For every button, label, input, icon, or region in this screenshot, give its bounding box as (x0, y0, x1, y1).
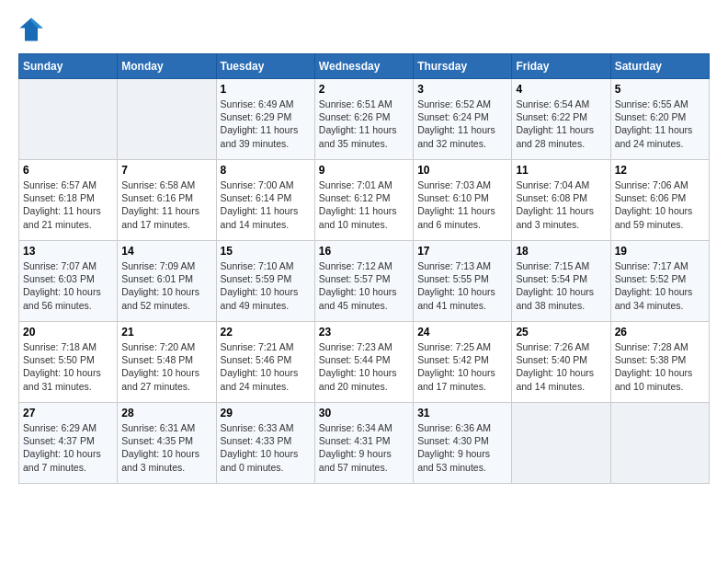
weekday-header-friday: Friday (512, 54, 610, 79)
day-number: 21 (121, 326, 211, 339)
page-header (18, 18, 710, 44)
day-number: 5 (615, 83, 705, 96)
day-info: Sunrise: 6:31 AM Sunset: 4:35 PM Dayligh… (121, 421, 211, 474)
day-number: 25 (516, 326, 606, 339)
calendar-cell: 31Sunrise: 6:36 AM Sunset: 4:30 PM Dayli… (414, 403, 512, 484)
day-info: Sunrise: 7:04 AM Sunset: 6:08 PM Dayligh… (516, 178, 606, 231)
day-info: Sunrise: 6:33 AM Sunset: 4:33 PM Dayligh… (221, 421, 311, 474)
day-info: Sunrise: 7:18 AM Sunset: 5:50 PM Dayligh… (23, 340, 113, 393)
day-info: Sunrise: 7:17 AM Sunset: 5:52 PM Dayligh… (615, 259, 705, 312)
day-info: Sunrise: 7:12 AM Sunset: 5:57 PM Dayligh… (319, 259, 409, 312)
day-number: 29 (221, 407, 311, 419)
day-number: 6 (23, 164, 113, 177)
day-number: 12 (615, 164, 705, 177)
calendar-cell: 9Sunrise: 7:01 AM Sunset: 6:12 PM Daylig… (314, 160, 413, 241)
day-number: 28 (121, 407, 211, 419)
day-number: 30 (319, 407, 409, 419)
day-number: 19 (615, 245, 705, 258)
day-number: 20 (23, 326, 113, 339)
calendar-cell: 24Sunrise: 7:25 AM Sunset: 5:42 PM Dayli… (414, 322, 512, 403)
day-info: Sunrise: 6:55 AM Sunset: 6:20 PM Dayligh… (615, 98, 705, 150)
day-number: 8 (221, 164, 311, 177)
calendar-cell: 19Sunrise: 7:17 AM Sunset: 5:52 PM Dayli… (610, 241, 709, 322)
day-number: 22 (221, 326, 311, 339)
calendar-cell: 28Sunrise: 6:31 AM Sunset: 4:35 PM Dayli… (118, 403, 216, 484)
day-number: 18 (516, 245, 606, 258)
calendar-cell: 17Sunrise: 7:13 AM Sunset: 5:55 PM Dayli… (414, 241, 512, 322)
day-info: Sunrise: 7:15 AM Sunset: 5:54 PM Dayligh… (516, 259, 606, 312)
calendar-table: SundayMondayTuesdayWednesdayThursdayFrid… (18, 53, 710, 484)
calendar-cell: 23Sunrise: 7:23 AM Sunset: 5:44 PM Dayli… (314, 322, 413, 403)
day-info: Sunrise: 7:10 AM Sunset: 5:59 PM Dayligh… (221, 259, 311, 312)
day-info: Sunrise: 6:54 AM Sunset: 6:22 PM Dayligh… (516, 98, 606, 150)
calendar-cell: 25Sunrise: 7:26 AM Sunset: 5:40 PM Dayli… (512, 322, 610, 403)
day-number: 2 (319, 83, 409, 96)
day-info: Sunrise: 6:29 AM Sunset: 4:37 PM Dayligh… (23, 421, 113, 474)
day-info: Sunrise: 7:06 AM Sunset: 6:06 PM Dayligh… (615, 178, 705, 231)
weekday-header-thursday: Thursday (414, 54, 512, 79)
day-number: 7 (121, 164, 211, 177)
logo-icon (18, 17, 44, 42)
day-number: 13 (23, 245, 113, 258)
day-number: 27 (23, 407, 113, 419)
calendar-cell: 15Sunrise: 7:10 AM Sunset: 5:59 PM Dayli… (216, 241, 314, 322)
calendar-cell: 12Sunrise: 7:06 AM Sunset: 6:06 PM Dayli… (610, 160, 709, 241)
day-info: Sunrise: 7:23 AM Sunset: 5:44 PM Dayligh… (319, 340, 409, 393)
day-number: 9 (319, 164, 409, 177)
calendar-cell: 22Sunrise: 7:21 AM Sunset: 5:46 PM Dayli… (216, 322, 314, 403)
weekday-header-sunday: Sunday (19, 54, 118, 79)
day-info: Sunrise: 6:36 AM Sunset: 4:30 PM Dayligh… (417, 421, 507, 474)
calendar-cell: 30Sunrise: 6:34 AM Sunset: 4:31 PM Dayli… (314, 403, 413, 484)
day-info: Sunrise: 6:57 AM Sunset: 6:18 PM Dayligh… (23, 178, 113, 231)
calendar-cell: 11Sunrise: 7:04 AM Sunset: 6:08 PM Dayli… (512, 160, 610, 241)
day-info: Sunrise: 7:20 AM Sunset: 5:48 PM Dayligh… (121, 340, 211, 393)
calendar-cell: 13Sunrise: 7:07 AM Sunset: 6:03 PM Dayli… (19, 241, 118, 322)
weekday-header-wednesday: Wednesday (314, 54, 413, 79)
calendar-cell: 10Sunrise: 7:03 AM Sunset: 6:10 PM Dayli… (414, 160, 512, 241)
day-info: Sunrise: 7:03 AM Sunset: 6:10 PM Dayligh… (417, 178, 507, 231)
day-number: 16 (319, 245, 409, 258)
day-number: 15 (221, 245, 311, 258)
calendar-cell: 21Sunrise: 7:20 AM Sunset: 5:48 PM Dayli… (118, 322, 216, 403)
weekday-header-tuesday: Tuesday (216, 54, 314, 79)
calendar-cell: 6Sunrise: 6:57 AM Sunset: 6:18 PM Daylig… (19, 160, 118, 241)
calendar-cell: 3Sunrise: 6:52 AM Sunset: 6:24 PM Daylig… (414, 79, 512, 160)
calendar-cell: 16Sunrise: 7:12 AM Sunset: 5:57 PM Dayli… (314, 241, 413, 322)
day-info: Sunrise: 6:34 AM Sunset: 4:31 PM Dayligh… (319, 421, 409, 474)
calendar-cell: 18Sunrise: 7:15 AM Sunset: 5:54 PM Dayli… (512, 241, 610, 322)
calendar-cell (118, 79, 216, 160)
day-number: 24 (417, 326, 507, 339)
day-number: 10 (417, 164, 507, 177)
day-info: Sunrise: 6:49 AM Sunset: 6:29 PM Dayligh… (221, 98, 311, 150)
day-number: 14 (121, 245, 211, 258)
calendar-cell (610, 403, 709, 484)
calendar-cell: 7Sunrise: 6:58 AM Sunset: 6:16 PM Daylig… (118, 160, 216, 241)
day-number: 26 (615, 326, 705, 339)
weekday-header-monday: Monday (118, 54, 216, 79)
day-info: Sunrise: 6:52 AM Sunset: 6:24 PM Dayligh… (417, 98, 507, 150)
calendar-cell: 5Sunrise: 6:55 AM Sunset: 6:20 PM Daylig… (610, 79, 709, 160)
day-info: Sunrise: 7:07 AM Sunset: 6:03 PM Dayligh… (23, 259, 113, 312)
calendar-cell: 26Sunrise: 7:28 AM Sunset: 5:38 PM Dayli… (610, 322, 709, 403)
day-info: Sunrise: 7:26 AM Sunset: 5:40 PM Dayligh… (516, 340, 606, 393)
day-info: Sunrise: 6:51 AM Sunset: 6:26 PM Dayligh… (319, 98, 409, 150)
day-number: 3 (417, 83, 507, 96)
day-info: Sunrise: 7:28 AM Sunset: 5:38 PM Dayligh… (615, 340, 705, 393)
day-info: Sunrise: 7:25 AM Sunset: 5:42 PM Dayligh… (417, 340, 507, 393)
calendar-cell: 2Sunrise: 6:51 AM Sunset: 6:26 PM Daylig… (314, 79, 413, 160)
day-info: Sunrise: 7:09 AM Sunset: 6:01 PM Dayligh… (121, 259, 211, 312)
calendar-cell: 27Sunrise: 6:29 AM Sunset: 4:37 PM Dayli… (19, 403, 118, 484)
day-number: 23 (319, 326, 409, 339)
day-number: 1 (221, 83, 311, 96)
calendar-cell: 29Sunrise: 6:33 AM Sunset: 4:33 PM Dayli… (216, 403, 314, 484)
calendar-cell: 14Sunrise: 7:09 AM Sunset: 6:01 PM Dayli… (118, 241, 216, 322)
calendar-cell: 4Sunrise: 6:54 AM Sunset: 6:22 PM Daylig… (512, 79, 610, 160)
calendar-cell: 20Sunrise: 7:18 AM Sunset: 5:50 PM Dayli… (19, 322, 118, 403)
weekday-header-saturday: Saturday (610, 54, 709, 79)
day-number: 11 (516, 164, 606, 177)
day-info: Sunrise: 7:00 AM Sunset: 6:14 PM Dayligh… (221, 178, 311, 231)
day-info: Sunrise: 7:21 AM Sunset: 5:46 PM Dayligh… (221, 340, 311, 393)
day-info: Sunrise: 7:01 AM Sunset: 6:12 PM Dayligh… (319, 178, 409, 231)
day-number: 4 (516, 83, 606, 96)
calendar-cell (19, 79, 118, 160)
